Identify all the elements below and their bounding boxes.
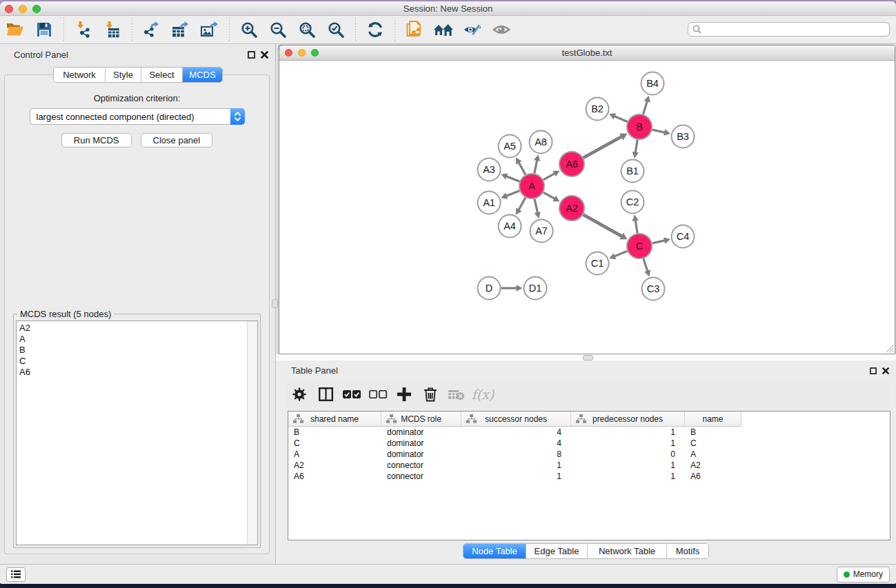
edge-A-A2[interactable] [544,192,555,199]
mcds-result-item[interactable]: A2 [17,323,257,334]
open-file-button[interactable] [1,17,30,43]
column-header-shared-name[interactable]: shared name [288,412,381,427]
zoom-fit-button[interactable] [292,17,321,43]
graph-node-A1[interactable]: A1 [478,192,501,214]
table-tab-motifs[interactable]: Motifs [666,544,708,558]
edge-A2-C[interactable] [584,214,623,236]
add-column-button[interactable] [391,382,417,407]
edge-B-B4[interactable] [643,101,647,114]
graph-node-A5[interactable]: A5 [499,135,521,158]
refresh-layout-button[interactable] [361,17,390,43]
import-network-button[interactable] [69,17,98,43]
edge-B-B2[interactable] [614,116,628,121]
graph-node-A6[interactable]: A6 [559,152,584,176]
tab-select[interactable]: Select [141,68,182,82]
network-view-window[interactable]: testGlobe.txt AA1A3A5A8A6A2A4A7BB1B2B3B4… [279,45,895,354]
edge-B-B1[interactable] [635,140,637,154]
edge-B-B3[interactable] [653,130,666,132]
network-close-button[interactable] [285,49,292,57]
mcds-result-list[interactable]: A2ABCA6 [16,321,258,545]
graph-node-B[interactable]: B [627,114,652,139]
graph-node-A[interactable]: A [519,174,544,199]
graph-node-A3[interactable]: A3 [478,159,501,181]
mcds-result-item[interactable]: B [17,345,257,356]
zoom-in-button[interactable] [235,17,263,43]
zoom-selected-button[interactable] [321,17,350,43]
graph-node-D[interactable]: D [478,277,501,300]
tab-mcds[interactable]: MCDS [182,68,222,82]
network-minimize-button[interactable] [298,49,306,57]
result-scrollbar[interactable] [247,321,257,545]
edge-A-A1[interactable] [506,191,519,196]
mcds-result-item[interactable]: C [17,356,257,367]
table-row[interactable]: Cdominator41C [288,438,890,449]
tab-network[interactable]: Network [54,68,105,82]
edge-C-C1[interactable] [614,251,627,256]
column-header-predecessor-nodes[interactable]: predecessor nodes [571,412,685,427]
graph-node-B1[interactable]: B1 [621,160,644,183]
duplicate-network-button[interactable] [400,17,429,43]
graph-node-D1[interactable]: D1 [524,277,547,300]
panel-splitter-grabber[interactable] [272,299,278,308]
graph-node-B2[interactable]: B2 [586,98,609,121]
close-panel-button[interactable]: Close panel [141,133,213,148]
close-panel-icon[interactable] [261,51,268,59]
table-settings-button[interactable] [286,382,312,407]
show-all-button[interactable] [487,17,516,43]
edge-C-C4[interactable] [653,241,666,243]
zoom-out-button[interactable] [263,17,292,43]
network-zoom-button[interactable] [311,49,319,57]
table-tab-node-table[interactable]: Node Table [464,544,526,558]
graph-node-C[interactable]: C [627,234,652,258]
float-table-panel-icon[interactable] [870,367,877,374]
edge-A-A5[interactable] [519,162,526,175]
show-panels-list-button[interactable] [6,567,26,582]
table-row[interactable]: Adominator80A [288,449,890,460]
mcds-result-item[interactable]: A [17,334,257,345]
horizontal-splitter[interactable] [276,354,896,361]
edge-A6-B[interactable] [584,136,622,158]
graph-node-C3[interactable]: C3 [642,278,665,301]
import-table-button[interactable] [98,17,127,43]
edge-A-A7[interactable] [535,199,538,214]
tab-style[interactable]: Style [105,68,141,82]
column-header-successor-nodes[interactable]: successor nodes [461,412,571,427]
graph-node-C2[interactable]: C2 [621,191,644,214]
mcds-result-item[interactable]: A6 [17,367,257,378]
horizontal-splitter-grabber[interactable] [583,355,593,361]
float-panel-icon[interactable] [248,51,255,59]
export-network-button[interactable] [137,17,166,43]
close-table-panel-icon[interactable] [882,367,889,374]
export-table-button[interactable] [166,17,195,43]
hide-selected-button[interactable] [458,17,487,43]
table-row[interactable]: A6connector11A6 [288,471,890,482]
criterion-dropdown[interactable]: largest connected component (directed) [30,108,245,125]
column-header-MCDS-role[interactable]: MCDS role [381,412,461,427]
table-tab-edge-table[interactable]: Edge Table [526,544,587,558]
search-input[interactable] [704,25,889,34]
network-window-titlebar[interactable]: testGlobe.txt [279,45,895,61]
save-session-button[interactable] [30,17,59,43]
graph-node-C4[interactable]: C4 [672,225,695,248]
table-tab-network-table[interactable]: Network Table [587,544,666,558]
search-box[interactable] [688,22,890,37]
edge-A-A4[interactable] [519,198,526,211]
graph-node-A8[interactable]: A8 [530,131,552,154]
export-image-button[interactable] [195,17,224,43]
zoom-window-button[interactable] [32,5,41,13]
memory-button[interactable]: Memory [837,567,890,582]
network-canvas[interactable]: AA1A3A5A8A6A2A4A7BB1B2B3B4CC1C2C3C4DD1 [279,61,895,354]
graph-node-A7[interactable]: A7 [530,220,553,243]
table-row[interactable]: Bdominator41B [288,427,890,438]
graph-node-C1[interactable]: C1 [586,252,609,275]
graph-node-A4[interactable]: A4 [499,215,521,238]
resize-grip-icon[interactable] [885,344,894,353]
first-neighbors-button[interactable] [429,17,458,43]
close-window-button[interactable] [5,5,13,13]
graph-node-A2[interactable]: A2 [559,196,584,221]
edge-A-A8[interactable] [535,159,537,173]
delete-column-button[interactable] [417,382,444,407]
edge-A-A6[interactable] [544,173,555,180]
column-header-name[interactable]: name [685,412,741,427]
main-titlebar[interactable]: Session: New Session [0,1,896,16]
